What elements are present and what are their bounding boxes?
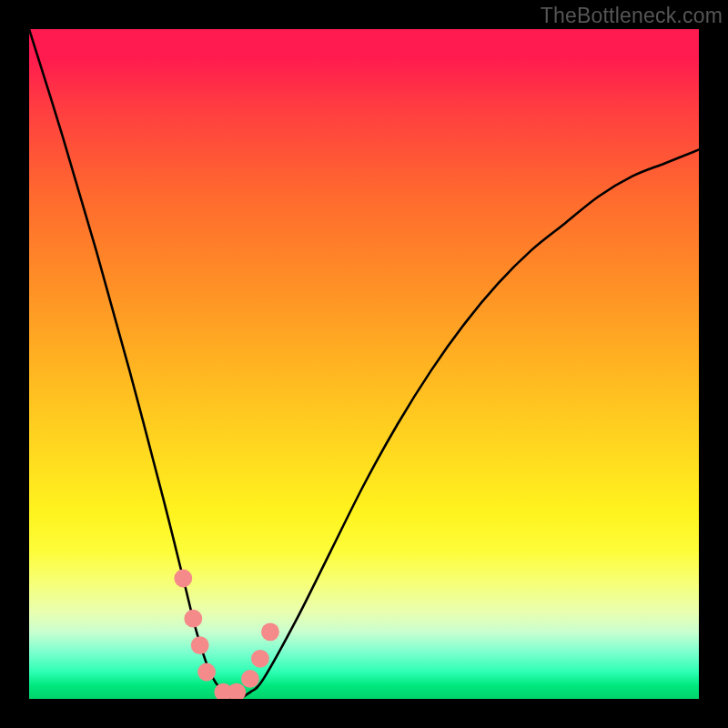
marker-dot	[251, 650, 269, 668]
watermark-text: TheBottleneck.com	[541, 4, 723, 28]
marker-dot	[174, 570, 192, 588]
bottleneck-curve	[29, 29, 699, 699]
plot-area	[29, 29, 699, 699]
marker-dot	[184, 610, 202, 628]
plot-svg	[29, 29, 699, 699]
marker-dot	[228, 683, 246, 699]
marker-dot	[191, 636, 209, 654]
marker-dot	[261, 622, 279, 641]
marker-dot	[241, 670, 259, 688]
marker-dot	[197, 663, 216, 682]
